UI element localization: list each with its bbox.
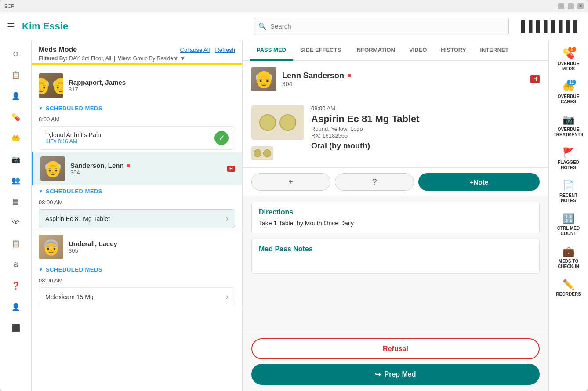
overdue-meds-icon: 💊 5 <box>563 48 574 60</box>
collapse-triangle-underall: ▼ <box>39 267 43 272</box>
close-button[interactable]: ✕ <box>577 3 584 9</box>
filter-dropdown-arrow[interactable]: ▼ <box>180 55 185 62</box>
med-item-aspirin[interactable]: Aspirin Ec 81 Mg Tablet › <box>39 209 235 228</box>
prep-med-label: Prep Med <box>384 370 416 378</box>
sidebar-item-clipboard[interactable]: 📋 <box>5 234 26 253</box>
overdue-meds-label: OVERDUEMEDS <box>558 61 579 72</box>
app-window: ECP ─ □ ✕ ☰ Kim Essie 🔍 ▌▌▌▌▌▌▌▌ ⊙ 📋 👤 💊… <box>0 0 588 391</box>
med-description: Round, Yellow, Logo <box>311 126 540 132</box>
right-sidebar-overdue-treatments[interactable]: 📷 OVERDUETREATMENTS <box>551 110 586 142</box>
left-sidebar: ⊙ 📋 👤 💊 🤲 📷 👥 ▤ 👁 📋 ⚙ ❓ 👤 ⬛ <box>0 40 32 391</box>
resident-header-underall[interactable]: 👵 Underall, Lacey 305 <box>32 230 242 264</box>
sidebar-item-logout[interactable]: ⬛ <box>5 318 26 337</box>
hamburger-menu[interactable]: ☰ <box>7 21 15 32</box>
note-button[interactable]: +Note <box>418 173 540 191</box>
collapse-triangle-sanderson: ▼ <box>39 189 43 194</box>
tab-information[interactable]: INFORMATION <box>348 40 402 61</box>
meds-list: 👴 Rappaport, James 317 ▼ SCHEDULED MEDS <box>32 69 242 391</box>
scheduled-meds-header-underall[interactable]: ▼ SCHEDULED MEDS <box>32 264 242 275</box>
right-sidebar-flagged-notes[interactable]: 🚩 FLAGGEDNOTES <box>551 143 586 175</box>
med-item-name: Tylenol Arthritis Pain <box>45 131 101 138</box>
sidebar-item-stripe[interactable]: ▤ <box>5 192 26 211</box>
med-pass-notes-title: Med Pass Notes <box>259 245 532 253</box>
med-item-info-aspirin: Aspirin Ec 81 Mg Tablet <box>45 215 110 222</box>
med-pass-notes-section[interactable]: Med Pass Notes <box>251 239 540 274</box>
resident-detail-photo: 👴 <box>251 67 276 91</box>
right-sidebar-reorders[interactable]: ✏️ REORDERS <box>551 275 586 301</box>
right-sidebar-meds-check-in[interactable]: 💼 MEDS TOCHECK-IN <box>551 242 586 274</box>
pill-2 <box>279 114 296 131</box>
sidebar-item-question[interactable]: ❓ <box>5 276 26 295</box>
prep-med-button[interactable]: ↪ Prep Med <box>251 364 540 385</box>
main-layout: ⊙ 📋 👤 💊 🤲 📷 👥 ▤ 👁 📋 ⚙ ❓ 👤 ⬛ Meds Mode Co… <box>0 40 588 391</box>
meds-panel: Meds Mode Collapse All Refresh Filtered … <box>32 40 243 391</box>
right-sidebar-overdue-cares[interactable]: 🤲 11 OVERDUECARES <box>551 77 586 109</box>
avatar-rappaport: 👴 <box>39 73 63 98</box>
right-sidebar-overdue-meds[interactable]: 💊 5 OVERDUEMEDS <box>551 44 586 76</box>
resident-dot-sanderson <box>127 164 130 167</box>
med-item-meloxicam[interactable]: Meloxicam 15 Mg › <box>39 287 235 306</box>
resident-header-rappaport[interactable]: 👴 Rappaport, James 317 <box>32 69 242 102</box>
right-sidebar-recent-notes[interactable]: 📄 RECENTNOTES <box>551 176 586 208</box>
resident-detail-room: 304 <box>282 80 524 87</box>
search-input[interactable] <box>254 18 509 35</box>
sidebar-item-user[interactable]: 👤 <box>5 297 26 316</box>
resident-detail-name: Lenn Sanderson <box>282 71 524 80</box>
detail-tabs: PASS MED SIDE EFFECTS INFORMATION VIDEO … <box>243 40 548 61</box>
collapse-all-link[interactable]: Collapse All <box>180 47 210 53</box>
sidebar-item-gear[interactable]: ⚙ <box>5 255 26 274</box>
tab-video[interactable]: VIDEO <box>402 40 434 61</box>
overdue-cares-label: OVERDUECARES <box>558 94 579 105</box>
sidebar-item-document[interactable]: 📋 <box>5 65 26 84</box>
med-time: 08:00 AM <box>311 105 540 112</box>
sidebar-item-person[interactable]: 👤 <box>5 86 26 105</box>
avatar-sanderson: 👴 <box>40 156 65 181</box>
window-controls: ─ □ ✕ <box>558 3 584 9</box>
tab-side-effects[interactable]: SIDE EFFECTS <box>293 40 348 61</box>
overdue-meds-badge: 5 <box>568 47 576 52</box>
scheduled-meds-header-rappaport[interactable]: ▼ SCHEDULED MEDS <box>32 102 242 114</box>
meds-mode-title: Meds Mode <box>39 46 77 54</box>
tab-internet[interactable]: INTERNET <box>473 40 515 61</box>
sidebar-item-home[interactable]: ⊙ <box>5 44 26 63</box>
search-container: 🔍 <box>254 18 509 35</box>
med-item-tylenol[interactable]: Tylenol Arthritis Pain KIEs 8:16 AM ✓ <box>39 126 235 150</box>
scheduled-label-underall: SCHEDULED MEDS <box>46 266 102 273</box>
ctrl-med-count-label: CTRL MEDCOUNT <box>557 226 580 236</box>
tab-history[interactable]: HISTORY <box>434 40 473 61</box>
med-arrow-aspirin: › <box>226 214 229 223</box>
overdue-cares-badge: 11 <box>567 80 576 85</box>
med-item-sub: KIEs 8:16 AM <box>45 138 101 145</box>
resident-info-sanderson: Sanderson, Lenn 304 <box>70 162 222 176</box>
plus-action-button[interactable]: + <box>251 173 330 191</box>
resident-info-underall: Underall, Lacey 305 <box>69 240 235 254</box>
meds-mode-row: Meds Mode Collapse All Refresh <box>39 46 235 54</box>
resident-group-underall: 👵 Underall, Lacey 305 ▼ SCHEDULED MEDS <box>32 230 242 308</box>
resident-info-rappaport: Rappaport, James 317 <box>69 79 235 93</box>
question-action-button[interactable]: ? <box>335 173 414 191</box>
resident-name-rappaport: Rappaport, James <box>69 79 235 86</box>
tab-pass-med[interactable]: PASS MED <box>250 40 293 61</box>
right-sidebar-ctrl-med-count[interactable]: 🔢 CTRL MEDCOUNT <box>551 209 586 241</box>
sidebar-item-hand[interactable]: 🤲 <box>5 128 26 148</box>
refresh-link[interactable]: Refresh <box>215 47 235 53</box>
med-actions: + ? +Note <box>243 168 548 196</box>
sidebar-item-pill[interactable]: 💊 <box>5 107 26 127</box>
minimize-button[interactable]: ─ <box>558 3 564 9</box>
refusal-button[interactable]: Refusal <box>251 338 540 359</box>
resident-header-sanderson[interactable]: 👴 Sanderson, Lenn 304 H <box>32 152 242 185</box>
sidebar-item-eye[interactable]: 👁 <box>5 213 26 232</box>
sidebar-item-camera[interactable]: 📷 <box>5 149 26 169</box>
pill-1 <box>259 114 276 131</box>
ctrl-med-count-icon: 🔢 <box>563 213 574 224</box>
bottom-actions: Refusal ↪ Prep Med <box>243 332 548 391</box>
maximize-button[interactable]: □ <box>568 3 574 9</box>
sidebar-item-people[interactable]: 👥 <box>5 170 26 190</box>
meds-mode-links: Collapse All Refresh <box>180 47 235 53</box>
med-images <box>251 105 304 160</box>
med-pills <box>255 110 301 135</box>
barcode-icon[interactable]: ▌▌▌▌▌▌▌▌ <box>521 20 581 33</box>
overdue-cares-icon: 🤲 11 <box>563 81 574 93</box>
scheduled-meds-header-sanderson[interactable]: ▼ SCHEDULED MEDS <box>32 185 242 197</box>
med-item-info-meloxicam: Meloxicam 15 Mg <box>45 293 94 300</box>
